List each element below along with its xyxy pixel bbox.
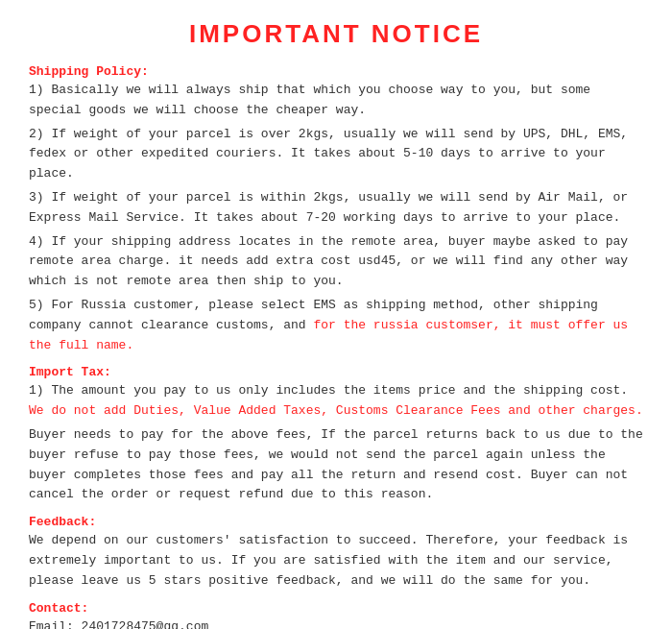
- shipping-item-4: 4) If your shipping address locates in t…: [29, 232, 643, 292]
- contact-section: Contact: Email: 2401728475@qq.com Wechat…: [29, 601, 643, 629]
- feedback-header: Feedback:: [29, 515, 643, 529]
- import-tax-section: Import Tax: 1) The amount you pay to us …: [29, 365, 643, 505]
- import-tax-line1: 1) The amount you pay to us only include…: [29, 381, 643, 422]
- shipping-item-5: 5) For Russia customer, please select EM…: [29, 296, 643, 355]
- shipping-policy-header: Shipping Policy:: [29, 64, 643, 79]
- email-value: 2401728475@qq.com: [82, 619, 209, 629]
- feedback-text: We depend on our customers' satisfaction…: [29, 531, 643, 591]
- email-label: Email:: [29, 619, 82, 629]
- page-container: IMPORTANT NOTICE Shipping Policy: 1) Bas…: [0, 0, 672, 629]
- shipping-item-1: 1) Basically we will always ship that wh…: [29, 81, 643, 121]
- feedback-section: Feedback: We depend on our customers' sa…: [29, 515, 643, 591]
- contact-header: Contact:: [29, 601, 643, 616]
- shipping-policy-section: Shipping Policy: 1) Basically we will al…: [29, 64, 643, 355]
- contact-email-line: Email: 2401728475@qq.com: [29, 617, 643, 629]
- import-tax-header: Import Tax:: [29, 365, 643, 379]
- page-title: IMPORTANT NOTICE: [29, 19, 643, 49]
- import-tax-red: We do not add Duties, Value Added Taxes,…: [29, 403, 643, 418]
- shipping-item-5-red: for the russia customser, it must offer …: [29, 318, 628, 352]
- shipping-item-3: 3) If weight of your parcel is within 2k…: [29, 188, 643, 229]
- shipping-item-2: 2) If weight of your parcel is over 2kgs…: [29, 125, 643, 184]
- import-tax-line2: Buyer needs to pay for the above fees, I…: [29, 425, 643, 505]
